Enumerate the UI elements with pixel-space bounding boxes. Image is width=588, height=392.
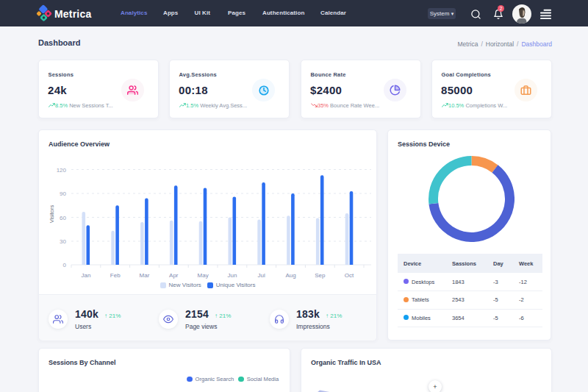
svg-text:Jun: Jun <box>227 272 237 279</box>
svg-text:May: May <box>198 272 209 279</box>
svg-text:Oct: Oct <box>345 272 354 279</box>
svg-text:Sep: Sep <box>315 272 326 279</box>
svg-text:0: 0 <box>63 262 67 268</box>
svg-text:Feb: Feb <box>110 272 121 279</box>
svg-text:Apr: Apr <box>169 272 179 279</box>
svg-text:Jan: Jan <box>81 272 90 279</box>
svg-text:Aug: Aug <box>285 272 295 279</box>
svg-text:90: 90 <box>60 190 66 197</box>
svg-text:30: 30 <box>60 238 66 245</box>
svg-text:60: 60 <box>60 215 66 221</box>
svg-text:Mar: Mar <box>140 272 150 279</box>
svg-text:120: 120 <box>57 167 67 174</box>
svg-text:Visitors: Visitors <box>49 205 55 224</box>
svg-text:Jul: Jul <box>258 272 265 279</box>
